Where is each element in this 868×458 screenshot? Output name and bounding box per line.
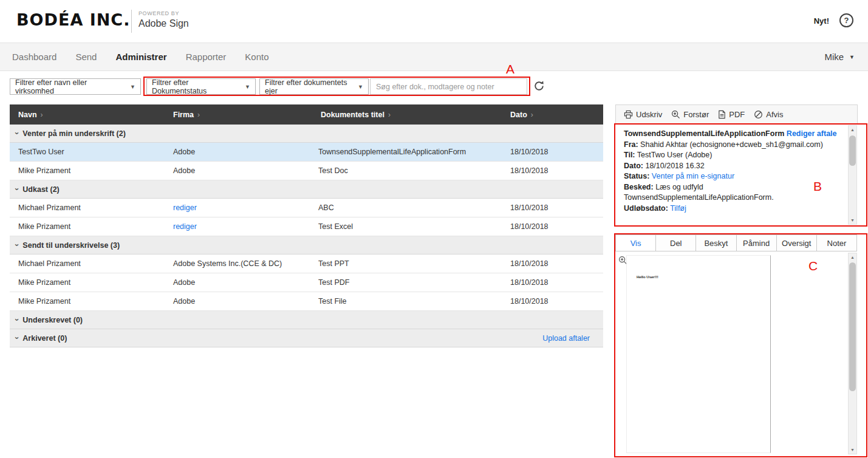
chevron-down-icon: ›	[13, 188, 22, 190]
column-header-dato[interactable]: Dato›	[510, 111, 603, 119]
nav-item-konto[interactable]: Konto	[245, 52, 268, 62]
document-page: Hello User!!!	[626, 255, 771, 453]
message-line1: Læs og udfyld	[655, 183, 703, 191]
preview-scrollbar[interactable]: ▲ ▼	[848, 253, 857, 454]
chevron-down-icon: ▼	[849, 54, 855, 60]
edit-agreement-link[interactable]: Rediger aftale	[787, 129, 837, 138]
table-row[interactable]: Mike Prizament Adobe Test PDF 18/10/2018	[10, 273, 603, 292]
date-value: 18/10/2018 16.32	[645, 162, 704, 170]
tab-beskyt[interactable]: Beskyt	[696, 234, 736, 251]
from-value: Shahid Akhtar (echosignone+dcweb_sh1@gma…	[640, 140, 823, 149]
table-row[interactable]: Michael Prizament Adobe Systems Inc.(CCE…	[10, 255, 603, 273]
section-header-sendt[interactable]: › Sendt til underskrivelse (3)	[10, 236, 603, 255]
chevron-down-icon: ▼	[358, 84, 363, 90]
tab-pamind[interactable]: Påmind	[737, 234, 777, 251]
chevron-down-icon: ▼	[130, 84, 135, 90]
rediger-link[interactable]: rediger	[173, 203, 197, 212]
refresh-icon[interactable]	[533, 80, 545, 92]
nav-item-administrer[interactable]: Administrer	[115, 52, 166, 62]
to-value: TestTwo User (Adobe)	[637, 151, 713, 159]
filter-name-company-select[interactable]: Filtrer efter navn eller virksomhed ▼	[10, 78, 141, 95]
user-menu[interactable]: Mike ▼	[824, 43, 855, 70]
rediger-link[interactable]: rediger	[173, 222, 197, 231]
search-input[interactable]	[370, 78, 527, 95]
nav-items: Dashboard Send Administrer Rapporter Kon…	[12, 43, 269, 70]
company-logo: BODÉA INC.	[16, 10, 130, 29]
filter-owner-label: Filtrer efter dokumentets ejer	[265, 78, 354, 95]
document-tabs: Vis Del Beskyt Påmind Oversigt Noter	[615, 234, 857, 251]
section-header-underskrevet[interactable]: › Underskrevet (0)	[10, 311, 603, 329]
sort-icon: ›	[531, 111, 533, 119]
new-badge[interactable]: Nyt!	[814, 16, 829, 26]
main-nav: Dashboard Send Administrer Rapporter Kon…	[0, 43, 868, 71]
table-row[interactable]: Mike Prizament rediger Test Excel 18/10/…	[10, 217, 603, 236]
nav-item-dashboard[interactable]: Dashboard	[12, 52, 56, 62]
filter-name-company-label: Filtrer efter navn eller virksomhed	[15, 78, 126, 95]
scroll-up-icon[interactable]: ▲	[849, 126, 856, 134]
chevron-down-icon: ›	[13, 132, 22, 134]
user-name: Mike	[824, 52, 844, 62]
reject-button[interactable]: Afvis	[754, 110, 783, 119]
table-row[interactable]: TestTwo User Adobe TownsendSupplementalL…	[10, 143, 603, 162]
scrollbar-thumb[interactable]	[849, 262, 856, 391]
nav-item-send[interactable]: Send	[75, 52, 97, 62]
column-header-firma[interactable]: Firma›	[173, 111, 311, 119]
zoom-button[interactable]: Forstør	[671, 110, 709, 119]
print-button[interactable]: Udskriv	[624, 110, 662, 119]
sort-icon: ›	[41, 111, 43, 119]
sort-icon: ›	[388, 111, 391, 119]
detail-scrollbar[interactable]: ▲ ▼	[848, 125, 857, 225]
scrollbar-thumb[interactable]	[849, 135, 856, 166]
filter-document-status-select[interactable]: Filtrer efter Dokumentstatus ▼	[146, 78, 256, 95]
table-header-row: Navn› Firma› Dokumentets titel› Dato›	[10, 104, 603, 125]
help-icon[interactable]: ?	[839, 13, 853, 27]
message-line2: TownsendSupplementalLifeApplicationForm.	[624, 193, 774, 202]
status-link[interactable]: Venter på min e-signatur	[652, 172, 734, 180]
agreements-table: Navn› Firma› Dokumentets titel› Dato› › …	[10, 104, 603, 347]
document-preview: Hello User!!!	[615, 251, 857, 457]
cancel-circle-icon	[754, 110, 763, 119]
tab-vis[interactable]: Vis	[615, 234, 656, 251]
app-header: BODÉA INC. POWERED BY Adobe Sign Nyt! ?	[0, 0, 868, 43]
column-header-titel[interactable]: Dokumentets titel›	[311, 111, 510, 119]
sort-icon: ›	[197, 111, 200, 119]
tab-del[interactable]: Del	[656, 234, 696, 251]
section-header-arkiveret[interactable]: › Arkiveret (0) Upload aftaler	[10, 329, 603, 347]
upload-agreements-link[interactable]: Upload aftaler	[542, 334, 590, 343]
table-row[interactable]: Mike Prizament Adobe Test File 18/10/201…	[10, 292, 603, 311]
table-row[interactable]: Michael Prizament rediger ABC 18/10/2018	[10, 199, 603, 217]
filter-document-owner-select[interactable]: Filtrer efter dokumentets ejer ▼	[259, 78, 369, 95]
scroll-down-icon[interactable]: ▼	[849, 216, 856, 224]
tab-oversigt[interactable]: Oversigt	[777, 234, 817, 251]
agreement-title: TownsendSupplementalLifeApplicationForm	[624, 129, 784, 138]
product-name: Adobe Sign	[138, 18, 189, 29]
section-header-venter[interactable]: › Venter på min underskrift (2)	[10, 125, 603, 143]
pdf-document-icon	[718, 110, 726, 119]
printer-icon	[624, 110, 633, 119]
scroll-up-icon[interactable]: ▲	[849, 253, 856, 261]
nav-item-rapporter[interactable]: Rapporter	[186, 52, 227, 62]
table-row[interactable]: Mike Prizament Adobe Test Doc 18/10/2018	[10, 162, 603, 180]
add-expiry-link[interactable]: Tilføj	[670, 204, 686, 213]
pdf-button[interactable]: PDF	[718, 110, 745, 119]
chevron-down-icon: ›	[13, 244, 22, 246]
powered-by-label: POWERED BY	[138, 10, 189, 16]
agreement-detail-panel: TownsendSupplementalLifeApplicationForm …	[615, 125, 848, 225]
scroll-down-icon[interactable]: ▼	[849, 446, 856, 454]
document-toolbar: Udskriv Forstør PDF Afvis	[615, 104, 858, 125]
header-divider	[131, 10, 132, 33]
section-header-udkast[interactable]: › Udkast (2)	[10, 180, 603, 199]
column-header-navn[interactable]: Navn›	[10, 111, 173, 119]
filter-status-label: Filtrer efter Dokumentstatus	[152, 78, 241, 95]
tab-noter[interactable]: Noter	[817, 234, 857, 251]
chevron-down-icon: ▼	[245, 84, 250, 90]
magnifier-plus-icon	[671, 110, 680, 119]
document-page-text: Hello User!!!	[637, 275, 658, 279]
chevron-down-icon: ›	[13, 318, 22, 321]
powered-by-block: POWERED BY Adobe Sign	[138, 10, 189, 29]
chevron-down-icon: ›	[13, 337, 22, 339]
